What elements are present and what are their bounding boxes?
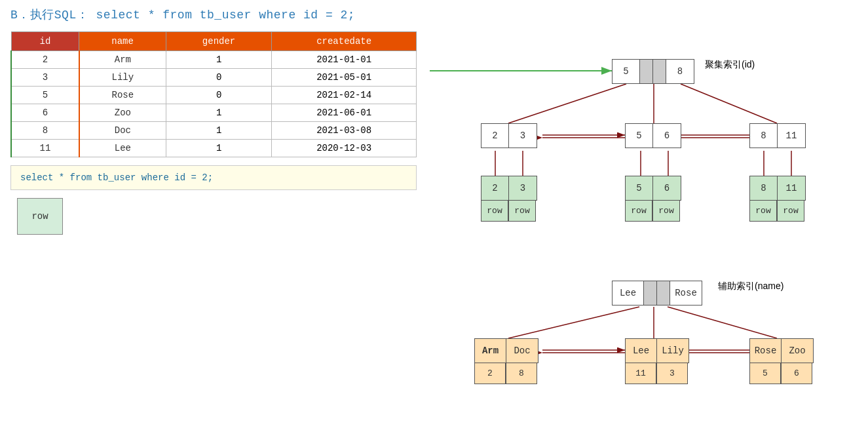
leaf-left-2: 2: [481, 176, 509, 200]
mid-right-11: 11: [778, 124, 805, 148]
table-row: 5 Rose 0 2021-02-14: [11, 87, 417, 104]
cell-id: 8: [11, 122, 79, 140]
title-line: B．执行SQL： select * from tb_user where id …: [10, 7, 858, 22]
title-sql: select * from tb_user where id = 2;: [96, 9, 356, 22]
cell-date: 2021-03-08: [272, 122, 417, 140]
leaf-left-3: 3: [509, 176, 537, 200]
clustered-mid-center: 5 6: [625, 123, 681, 148]
cell-name: Doc: [79, 122, 166, 140]
left-panel: id name gender createdate 2 Arm 1 2021-0…: [10, 31, 417, 235]
svg-line-4: [508, 84, 626, 123]
cell-name: Rose: [79, 87, 166, 104]
clustered-leaf-left: 2 3 row row: [481, 176, 537, 222]
cell-date: 2020-12-03: [272, 140, 417, 157]
cell-gender: 1: [166, 51, 271, 69]
cell-id: 3: [11, 69, 79, 87]
sec-leaf-right-id-2: 6: [781, 363, 812, 384]
root-cell-8: 8: [666, 60, 694, 83]
sec-leaf-center-id-2: 3: [656, 363, 688, 384]
sec-leaf-left-id-2: 8: [506, 363, 537, 384]
cell-date: 2021-01-01: [272, 51, 417, 69]
cell-date: 2021-06-01: [272, 104, 417, 122]
sec-root-ptr-1: [644, 281, 657, 305]
cell-gender: 0: [166, 69, 271, 87]
table-row: 3 Lily 0 2021-05-01: [11, 69, 417, 87]
mid-left-3: 3: [509, 124, 537, 148]
cell-gender: 1: [166, 122, 271, 140]
sql-query-box: select * from tb_user where id = 2;: [10, 165, 417, 190]
clustered-mid-left: 2 3: [481, 123, 537, 148]
cell-gender: 1: [166, 140, 271, 157]
col-header-name: name: [79, 32, 166, 51]
sec-leaf-center-id-1: 11: [625, 363, 656, 384]
sql-text: select * from tb_user where id = 2;: [20, 172, 213, 183]
secondary-index-label: 辅助索引(name): [718, 281, 783, 292]
sec-mid-left-arm: Arm: [475, 339, 506, 363]
sec-root-lee: Lee: [613, 281, 644, 305]
cell-name: Arm: [79, 51, 166, 69]
root-cell-5: 5: [613, 60, 640, 83]
secondary-root-node: Lee Rose: [612, 281, 702, 306]
sec-root-rose: Rose: [670, 281, 702, 305]
cell-date: 2021-02-14: [272, 87, 417, 104]
svg-line-19: [668, 307, 777, 338]
table-row: 6 Zoo 1 2021-06-01: [11, 104, 417, 122]
leaf-right-11: 11: [778, 176, 805, 200]
leaf-center-row-1: row: [625, 201, 652, 222]
clustered-leaf-center: 5 6 row row: [625, 176, 681, 222]
page-container: B．执行SQL： select * from tb_user where id …: [10, 7, 858, 434]
root-ptr-1: [640, 60, 653, 83]
clustered-root-node: 5 8: [612, 59, 694, 84]
secondary-mid-right: Rose Zoo 5 6: [749, 338, 814, 384]
mid-center-5: 5: [626, 124, 653, 148]
sec-mid-center-lily: Lily: [657, 339, 689, 363]
svg-line-6: [681, 84, 777, 123]
sec-mid-left-doc: Doc: [506, 339, 538, 363]
secondary-mid-center: Lee Lily 11 3: [625, 338, 689, 384]
cell-name: Lily: [79, 69, 166, 87]
leaf-right-8: 8: [750, 176, 778, 200]
leaf-left-row-2: row: [508, 201, 536, 222]
leaf-right-row-2: row: [777, 201, 804, 222]
clustered-index-label: 聚集索引(id): [705, 59, 755, 71]
cell-name: Zoo: [79, 104, 166, 122]
secondary-mid-left: Arm Doc 2 8: [474, 338, 538, 384]
root-ptr-2: [653, 60, 666, 83]
cell-id: 5: [11, 87, 79, 104]
sec-mid-right-zoo: Zoo: [782, 339, 813, 363]
title-prefix: B．执行SQL：: [10, 9, 88, 22]
leaf-right-row-1: row: [749, 201, 777, 222]
sec-root-ptr-2: [657, 281, 670, 305]
cell-date: 2021-05-01: [272, 69, 417, 87]
cell-gender: 0: [166, 87, 271, 104]
cell-id: 6: [11, 104, 79, 122]
col-header-gender: gender: [166, 32, 271, 51]
leaf-center-6: 6: [653, 176, 681, 200]
table-row: 11 Lee 1 2020-12-03: [11, 140, 417, 157]
table-row: 2 Arm 1 2021-01-01: [11, 51, 417, 69]
clustered-mid-right: 8 11: [749, 123, 806, 148]
mid-right-8: 8: [750, 124, 778, 148]
leaf-left-row-1: row: [481, 201, 508, 222]
sec-mid-center-lee: Lee: [626, 339, 657, 363]
cell-gender: 1: [166, 104, 271, 122]
right-panel: 5 8 聚集索引(id) 2 3 5 6: [430, 31, 858, 434]
leaf-center-row-2: row: [652, 201, 680, 222]
table-row: 8 Doc 1 2021-03-08: [11, 122, 417, 140]
mid-center-6: 6: [653, 124, 681, 148]
cell-name: Lee: [79, 140, 166, 157]
mid-left-2: 2: [481, 124, 509, 148]
sec-mid-right-rose: Rose: [750, 339, 782, 363]
clustered-leaf-right: 8 11 row row: [749, 176, 806, 222]
svg-line-17: [508, 307, 639, 338]
col-header-id: id: [11, 32, 79, 51]
row-box: row: [17, 198, 63, 235]
cell-id: 2: [11, 51, 79, 69]
sec-leaf-right-id-1: 5: [749, 363, 781, 384]
sec-leaf-left-id-1: 2: [474, 363, 506, 384]
col-header-date: createdate: [272, 32, 417, 51]
cell-id: 11: [11, 140, 79, 157]
leaf-center-5: 5: [626, 176, 653, 200]
data-table: id name gender createdate 2 Arm 1 2021-0…: [10, 31, 417, 157]
row-label: row: [31, 211, 48, 222]
